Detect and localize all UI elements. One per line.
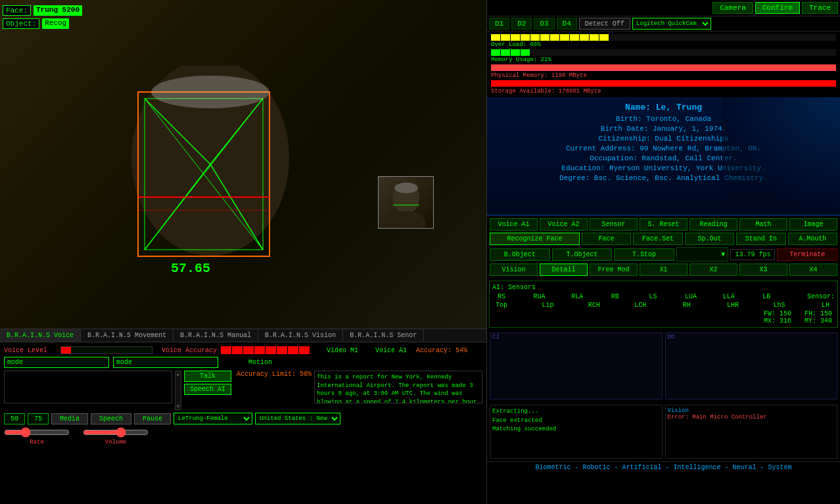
detect-button[interactable]: Detect Off xyxy=(579,18,630,30)
svg-point-11 xyxy=(151,76,269,108)
mx-value: MX: 316 xyxy=(764,317,791,325)
detail-btn[interactable]: Detail xyxy=(540,263,588,276)
voice-accuracy-label: Voice Accuracy xyxy=(162,347,217,354)
s-reset-btn[interactable]: S. Reset xyxy=(640,218,688,231)
tab-sensor[interactable]: B.R.A.I.N.S Senor xyxy=(343,329,424,342)
mode-input-1[interactable] xyxy=(4,357,109,368)
sensors-section: AI: Sensors RS RUA RLA RB LS LUA LLA LB … xyxy=(489,281,838,328)
stand-in-btn[interactable]: Stand In xyxy=(736,233,785,245)
math-btn[interactable]: Math xyxy=(739,218,787,231)
storage-label: Storage Available: 178981 MByte xyxy=(491,88,601,95)
text-area[interactable] xyxy=(4,371,172,403)
status-box-right: Vision Error: Main Micro Controller xyxy=(665,405,838,459)
image-btn[interactable]: Image xyxy=(789,218,837,231)
speech-button[interactable]: Speech xyxy=(91,413,131,424)
scrollbar[interactable]: ▲ ▼ xyxy=(175,371,181,410)
voice-level-bar[interactable] xyxy=(60,346,152,354)
tab-voice[interactable]: B.R.A.I.N.S Voice xyxy=(0,329,81,342)
svg-rect-15 xyxy=(393,204,419,206)
do-label: DO xyxy=(666,333,837,341)
x3-btn[interactable]: X3 xyxy=(739,263,787,276)
pause-button[interactable]: Pause xyxy=(134,413,171,424)
thumbnail xyxy=(378,176,434,229)
d2-button[interactable]: D2 xyxy=(511,18,532,30)
trace-button[interactable]: Trace xyxy=(802,2,838,14)
overload-bar xyxy=(491,34,836,41)
recognize-face-btn[interactable]: Recognize Face xyxy=(490,233,580,245)
video-panels: CI DO xyxy=(487,330,840,402)
video-panel-ci: CI xyxy=(490,332,663,400)
face-label: Face: Trung 5200 xyxy=(3,5,82,16)
t-stop-btn[interactable]: T.Stop xyxy=(614,248,674,261)
a-mouth-btn[interactable]: A.Mouth xyxy=(788,233,837,245)
voice-a1-btn[interactable]: Voice A1 xyxy=(490,218,538,231)
ci-label: CI xyxy=(490,333,662,341)
object-value: Recog xyxy=(42,18,69,29)
x2-btn[interactable]: X2 xyxy=(689,263,737,276)
rate-label: Rate xyxy=(30,439,44,446)
reading-btn[interactable]: Reading xyxy=(689,218,737,231)
accuracy-bar xyxy=(221,346,310,354)
camera-view: Face: Trung 5200 Object: Recog xyxy=(0,0,486,329)
fw-fh-row: FW: 150 FH: 150 xyxy=(492,310,835,317)
sensor-btn[interactable]: Sensor xyxy=(590,218,638,231)
volume-slider-container: Volume xyxy=(83,427,149,446)
fw-value: FW: 150 xyxy=(764,310,791,317)
fps-display: 13.79 fps xyxy=(730,249,775,260)
storage-bar xyxy=(491,80,836,87)
rate-slider[interactable] xyxy=(4,427,70,438)
tab-manual[interactable]: B.R.A.I.N.S Manual xyxy=(174,329,258,342)
d1-button[interactable]: D1 xyxy=(489,18,509,30)
media-button[interactable]: Media xyxy=(51,413,88,424)
talk-button[interactable]: Talk xyxy=(184,371,231,382)
volume-slider[interactable] xyxy=(83,427,149,438)
memory-bar-visual xyxy=(491,49,836,56)
voice-select[interactable]: LeTrung-Female xyxy=(174,413,252,424)
x1-btn[interactable]: X1 xyxy=(640,263,688,276)
object-label: Object: Recog xyxy=(3,18,69,29)
num-btn-50[interactable]: 50 xyxy=(4,413,25,424)
face-value: Trung 5200 xyxy=(34,5,82,16)
x4-btn[interactable]: X4 xyxy=(789,263,837,276)
scroll-down[interactable]: ▼ xyxy=(177,403,180,409)
tab-vision[interactable]: B.R.A.I.N.S Vision xyxy=(258,329,343,342)
face-btn[interactable]: Face xyxy=(582,233,631,245)
video-panel-do: DO xyxy=(665,332,838,400)
voice-a2-btn[interactable]: Voice A2 xyxy=(540,218,588,231)
free-mod-btn[interactable]: Free Mod xyxy=(590,263,638,276)
object-prefix: Object: xyxy=(3,18,39,29)
t-object-btn[interactable]: T.Object xyxy=(552,248,613,261)
camera-button[interactable]: Camera xyxy=(712,2,753,14)
tab-movement[interactable]: B.R.A.I.N.S Movement xyxy=(81,329,174,342)
terminate-btn[interactable]: Terminate xyxy=(777,248,837,261)
mode-input-2[interactable] xyxy=(113,357,218,368)
physical-label: Physical Memory: 1198 MByte xyxy=(491,72,587,79)
volume-label: Volume xyxy=(105,439,126,446)
footer: Biometric - Robotic - Artificial - Intel… xyxy=(487,461,840,473)
info-section: Name: Le, Trung Birth: Toronto, Canada B… xyxy=(487,97,840,216)
dropdown-field[interactable]: ▼ xyxy=(676,247,729,262)
d3-button[interactable]: D3 xyxy=(534,18,554,30)
confirm-button[interactable]: Confirm xyxy=(755,2,800,14)
sensors-row-1: RS RUA RLA RB LS LUA LLA LB Sensor: xyxy=(492,293,835,300)
vision-btn[interactable]: Vision xyxy=(490,263,538,276)
top-controls: Camera Confirm Trace xyxy=(487,0,840,16)
accuracy-limit: Accuracy Limit: 50% xyxy=(237,371,312,378)
rate-slider-container: Rate xyxy=(4,427,70,446)
status-face-extracted: Face extracted xyxy=(492,417,660,426)
d4-button[interactable]: D4 xyxy=(557,18,577,30)
camera-select[interactable]: Logitech QuickCam xyxy=(632,18,711,30)
num-btn-75[interactable]: 75 xyxy=(28,413,49,424)
scroll-up[interactable]: ▲ xyxy=(177,371,180,377)
mx-my-row: MX: 316 MY: 348 xyxy=(492,317,835,325)
svg-point-14 xyxy=(394,183,418,193)
location-select[interactable]: United States : New Yo xyxy=(255,413,340,424)
face-set-btn[interactable]: Face.Set xyxy=(633,233,682,245)
speech-ai-button[interactable]: Speech AI xyxy=(184,384,231,395)
voice-a1-label: Voice A1 xyxy=(375,347,407,354)
b-object-btn[interactable]: B.Object xyxy=(490,248,550,261)
score-display: 57.65 xyxy=(171,261,210,276)
sp-out-btn[interactable]: Sp.Out xyxy=(685,233,734,245)
report-area: This is a report for New York, Kennedy I… xyxy=(314,371,482,403)
overload-label: Over Load: 66% xyxy=(491,41,836,48)
